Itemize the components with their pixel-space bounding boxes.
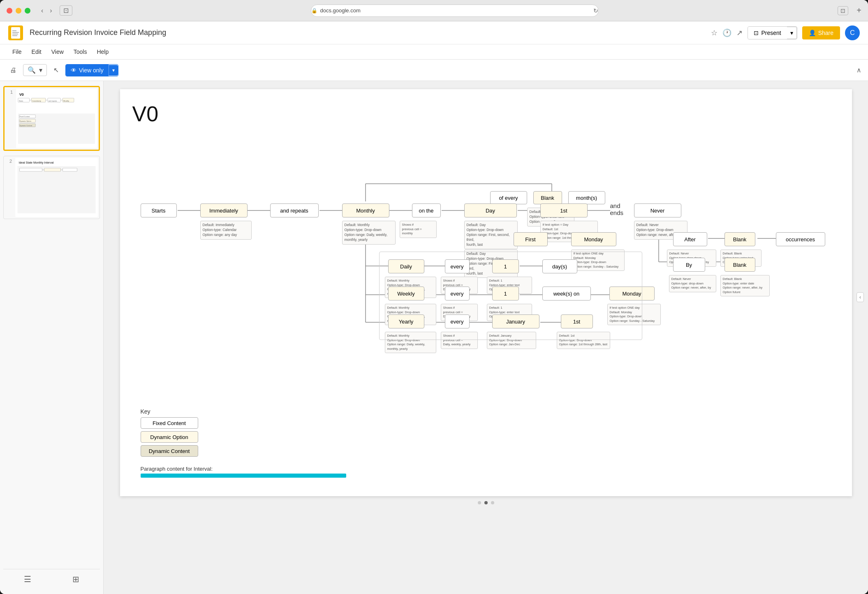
address-bar[interactable]: 🔒 docs.google.com ↻: [311, 5, 599, 17]
slide-thumb-1[interactable]: 1 V0 Starts Immediately and repeats: [3, 86, 100, 151]
new-tab-button[interactable]: +: [856, 6, 861, 15]
svg-rect-0: [11, 27, 20, 39]
slide-area: V0: [104, 81, 868, 594]
svg-text:Ideal State Monthly Interval: Ideal State Monthly Interval: [19, 161, 54, 164]
slide-preview-2: Ideal State Monthly Interval: [15, 158, 98, 217]
key-label-dynamic-content: Dynamic Content: [149, 448, 190, 454]
info-immediately: Default: ImmediatelyOption-type: Calenda…: [200, 221, 252, 240]
box-monday-weekly: Monday: [609, 287, 655, 300]
sidebar-list-view[interactable]: ☰: [22, 573, 33, 586]
forward-button[interactable]: ›: [47, 6, 54, 15]
info-monday-weekly: If test option ONE dayDefault: MondayOpt…: [607, 304, 661, 325]
edit-menu[interactable]: Edit: [28, 47, 46, 57]
pointer-button[interactable]: ↖: [50, 65, 62, 76]
svg-rect-30: [63, 168, 77, 171]
key-item-dynamic-option: Dynamic Option: [141, 431, 198, 443]
url-text: docs.google.com: [320, 7, 360, 14]
present-dropdown[interactable]: ▾: [787, 27, 797, 39]
box-1-weekly: 1: [492, 287, 519, 300]
star-button[interactable]: ☆: [711, 28, 718, 37]
key-item-dynamic-content: Dynamic Content: [141, 445, 198, 457]
tile-button[interactable]: ⊡: [60, 5, 72, 16]
app-toolbar-top: Recurring Revision Invoice Field Mapping…: [0, 21, 868, 44]
label-and-ends: andends: [610, 202, 624, 216]
slide-dot-3[interactable]: [491, 501, 494, 504]
box-1st-yearly: 1st: [561, 314, 593, 328]
box-blank-month: Blank: [533, 191, 562, 204]
box-blank-after: Blank: [724, 232, 755, 246]
doc-title: Recurring Revision Invoice Field Mapping: [30, 28, 704, 37]
paragraph-label: Paragraph content for Interval:: [141, 466, 831, 472]
analytics-button[interactable]: ↗: [736, 28, 743, 37]
expand-sidebar-button[interactable]: ‹: [856, 292, 864, 302]
box-monthly: Monthly: [342, 203, 389, 217]
user-avatar[interactable]: C: [845, 25, 860, 40]
key-box-fixed: Fixed Content: [141, 417, 198, 429]
view-only-dropdown[interactable]: ▾: [109, 65, 118, 76]
history-button[interactable]: 🕐: [722, 28, 731, 37]
svg-text:and repeats: and repeats: [49, 100, 57, 102]
back-button[interactable]: ‹: [39, 6, 46, 15]
info-yearly: Default: MonthlyOption-type: Drop-downOp…: [385, 332, 436, 353]
paragraph-bar: Paragraph content for Interval:: [141, 466, 831, 478]
slide-dot-1[interactable]: [478, 501, 481, 504]
slide-thumb-2[interactable]: 2 Ideal State Monthly Interval: [3, 156, 100, 219]
maximize-button[interactable]: [25, 8, 30, 14]
app-toolbar: Recurring Revision Invoice Field Mapping…: [0, 21, 868, 60]
slide-preview-1: V0 Starts Immediately and repeats Monthl…: [16, 89, 97, 148]
svg-rect-27: [18, 166, 96, 213]
doc-icon: [8, 25, 23, 40]
paragraph-progress: [141, 474, 346, 478]
refresh-button[interactable]: ↻: [593, 7, 598, 14]
nav-arrows: ‹ ›: [39, 6, 55, 15]
zoom-dropdown-button[interactable]: ▾: [38, 65, 43, 75]
minimize-button[interactable]: [16, 8, 21, 14]
svg-rect-3: [12, 34, 18, 35]
svg-text:Dynamic Content: Dynamic Content: [20, 125, 32, 127]
sidebar-bottom: ☰ ⊞: [3, 569, 100, 589]
collapse-button[interactable]: ∧: [856, 66, 861, 74]
key-box-dynamic-option: Dynamic Option: [141, 431, 198, 443]
info-day: Default: DayOption-type: Drop-downOption…: [464, 221, 518, 249]
traffic-lights: [7, 8, 30, 14]
box-january: January: [492, 314, 539, 328]
key-item-fixed: Fixed Content: [141, 417, 198, 429]
view-only-button[interactable]: 👁 View only: [66, 65, 109, 76]
title-bar: ‹ › ⊡ 🔒 docs.google.com ↻ ⊡ +: [0, 0, 868, 21]
svg-text:Monthly: Monthly: [63, 100, 69, 102]
box-never: Never: [634, 203, 681, 217]
info-by: Default: NeverOption-type: drop-downOpti…: [669, 275, 716, 292]
box-and-repeats: and repeats: [270, 203, 319, 217]
box-1-daily: 1: [492, 259, 519, 273]
box-monday: Monday: [571, 232, 616, 246]
svg-text:Immediately: Immediately: [32, 100, 41, 102]
svg-text:Starts: Starts: [19, 100, 23, 102]
svg-text:V0: V0: [19, 92, 24, 97]
info-january: Default: JanuaryOption-type: Drop-downOp…: [487, 332, 536, 349]
present-button[interactable]: ⊡ Present: [748, 27, 787, 39]
file-menu[interactable]: File: [8, 47, 26, 57]
sidebar: 1 V0 Starts Immediately and repeats: [0, 81, 104, 594]
info-blank-by: Default: BlankOption-type: enter dateOpt…: [720, 275, 770, 296]
key-title: Key: [141, 408, 198, 415]
close-button[interactable]: [7, 8, 12, 14]
svg-rect-1: [12, 30, 16, 31]
svg-rect-28: [20, 168, 42, 171]
fullscreen-button[interactable]: ⊡: [838, 6, 848, 15]
help-menu[interactable]: Help: [93, 47, 113, 57]
zoom-out-button[interactable]: 🔍: [27, 65, 37, 75]
box-1st: 1st: [540, 203, 588, 217]
slide-dot-2[interactable]: [484, 501, 488, 504]
box-every-weekly: every: [445, 287, 470, 300]
app-window: ‹ › ⊡ 🔒 docs.google.com ↻ ⊡ + Recurring: [0, 0, 868, 594]
svg-rect-2: [12, 32, 19, 33]
print-button[interactable]: 🖨: [7, 65, 20, 76]
slide-title: V0: [132, 102, 840, 126]
tools-menu[interactable]: Tools: [69, 47, 91, 57]
view-menu[interactable]: View: [47, 47, 68, 57]
box-first: First: [514, 232, 548, 246]
share-button[interactable]: 👤 Share: [802, 26, 840, 39]
key-label-fixed: Fixed Content: [153, 420, 186, 426]
sidebar-grid-view[interactable]: ⊞: [71, 573, 81, 586]
box-every-yearly: every: [445, 314, 470, 328]
